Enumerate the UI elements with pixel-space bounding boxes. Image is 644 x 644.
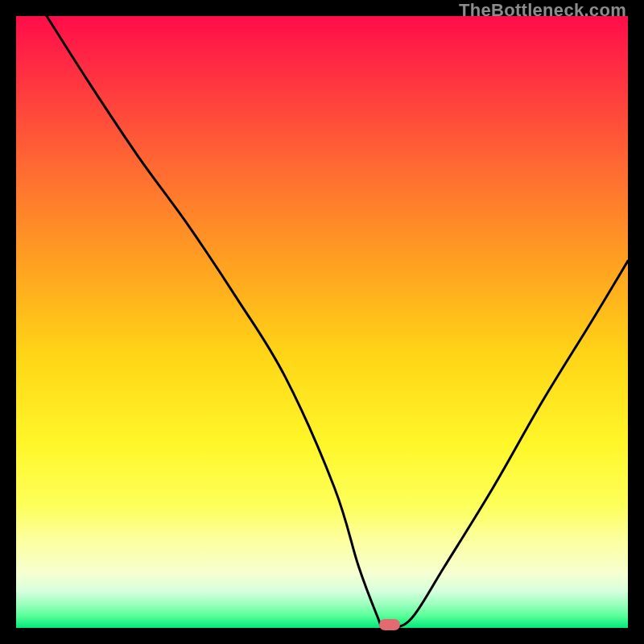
chart-frame: TheBottleneck.com xyxy=(0,0,644,644)
plot-area xyxy=(16,16,628,628)
bottleneck-curve-path xyxy=(47,16,628,628)
curve-svg xyxy=(16,16,628,628)
min-marker xyxy=(379,619,400,630)
